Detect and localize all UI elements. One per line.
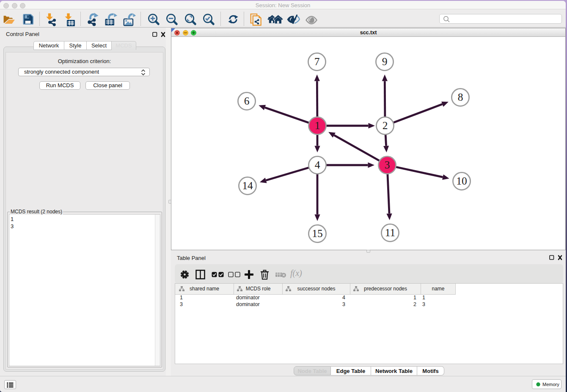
svg-text:2: 2 xyxy=(383,119,388,132)
svg-text:3: 3 xyxy=(385,159,390,171)
svg-text:9: 9 xyxy=(382,55,388,68)
svg-text:8: 8 xyxy=(458,91,463,103)
svg-text:1: 1 xyxy=(315,119,320,132)
svg-text:6: 6 xyxy=(244,95,250,107)
svg-text:14: 14 xyxy=(242,179,253,192)
svg-text:15: 15 xyxy=(312,227,323,240)
svg-text:4: 4 xyxy=(315,159,320,171)
svg-text:11: 11 xyxy=(385,226,396,239)
svg-text:10: 10 xyxy=(456,175,467,187)
svg-text:7: 7 xyxy=(314,55,320,68)
